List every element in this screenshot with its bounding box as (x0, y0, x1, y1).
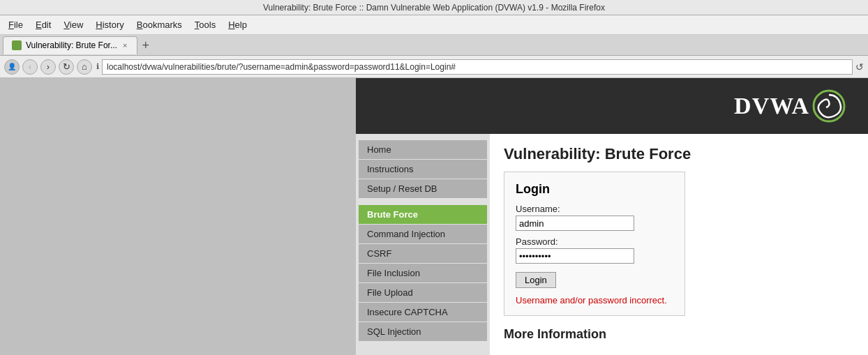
browser-content: DVWA Home Instructions Setup / Reset DB … (0, 78, 868, 355)
dvwa-logo: DVWA (734, 88, 847, 124)
tab-bar: Vulnerability: Brute For... × + (0, 35, 868, 56)
address-bar: 👤 ‹ › ↻ ⌂ ℹ ↺ (0, 56, 868, 78)
nav-brute-force[interactable]: Brute Force (359, 205, 487, 224)
address-input[interactable] (102, 59, 853, 75)
refresh-icon: ↺ (855, 61, 864, 73)
left-area (0, 78, 356, 355)
username-label: Username: (516, 204, 673, 214)
menu-edit[interactable]: Edit (30, 17, 57, 32)
new-tab-button[interactable]: + (137, 39, 154, 52)
lock-icon: ℹ (96, 62, 99, 71)
tab-favicon (12, 40, 22, 50)
title-bar: Vulnerability: Brute Force :: Damn Vulne… (0, 0, 868, 15)
menu-view[interactable]: View (58, 17, 89, 32)
dvwa-body: Home Instructions Setup / Reset DB Brute… (356, 134, 868, 355)
menu-history[interactable]: History (90, 17, 129, 32)
profile-icon[interactable]: 👤 (4, 59, 20, 75)
dvwa-logo-text: DVWA (734, 93, 809, 119)
dvwa-logo-icon (811, 88, 847, 124)
password-label: Password: (516, 236, 673, 247)
nav-sql-injection[interactable]: SQL Injection (359, 322, 487, 341)
menu-file[interactable]: File (3, 17, 29, 32)
nav-file-inclusion[interactable]: File Inclusion (359, 264, 487, 282)
error-message: Username and/or password incorrect. (516, 295, 673, 305)
nav-csrf[interactable]: CSRF (359, 244, 487, 263)
title-bar-text: Vulnerability: Brute Force :: Damn Vulne… (263, 3, 605, 13)
dvwa-main: Vulnerability: Brute Force Login Usernam… (490, 134, 868, 355)
nav-insecure-captcha[interactable]: Insecure CAPTCHA (359, 303, 487, 322)
nav-instructions[interactable]: Instructions (359, 160, 487, 179)
forward-button[interactable]: › (40, 59, 56, 75)
password-input[interactable] (516, 248, 634, 264)
dvwa-nav: Home Instructions Setup / Reset DB Brute… (356, 134, 490, 355)
login-title: Login (516, 182, 673, 197)
back-button[interactable]: ‹ (22, 59, 38, 75)
page-title: Vulnerability: Brute Force (504, 145, 854, 163)
nav-command-injection[interactable]: Command Injection (359, 225, 487, 243)
reload-button[interactable]: ↻ (59, 59, 74, 75)
dvwa-wrapper: DVWA Home Instructions Setup / Reset DB … (356, 78, 868, 355)
login-button[interactable]: Login (516, 272, 556, 288)
menu-bar: File Edit View History Bookmarks Tools H… (0, 15, 868, 35)
login-box: Login Username: Password: Login Username… (504, 172, 685, 316)
home-button[interactable]: ⌂ (77, 59, 92, 75)
nav-home[interactable]: Home (359, 140, 487, 159)
tab-label: Vulnerability: Brute For... (26, 40, 117, 50)
more-info-title: More Information (504, 327, 854, 342)
dvwa-header: DVWA (356, 78, 868, 134)
username-input[interactable] (516, 216, 634, 231)
menu-tools[interactable]: Tools (189, 17, 221, 32)
nav-file-upload[interactable]: File Upload (359, 283, 487, 302)
tab-close-button[interactable]: × (121, 41, 128, 50)
menu-bookmarks[interactable]: Bookmarks (131, 17, 188, 32)
nav-setup[interactable]: Setup / Reset DB (359, 179, 487, 198)
browser-tab[interactable]: Vulnerability: Brute For... × (3, 36, 137, 54)
menu-help[interactable]: Help (223, 17, 253, 32)
